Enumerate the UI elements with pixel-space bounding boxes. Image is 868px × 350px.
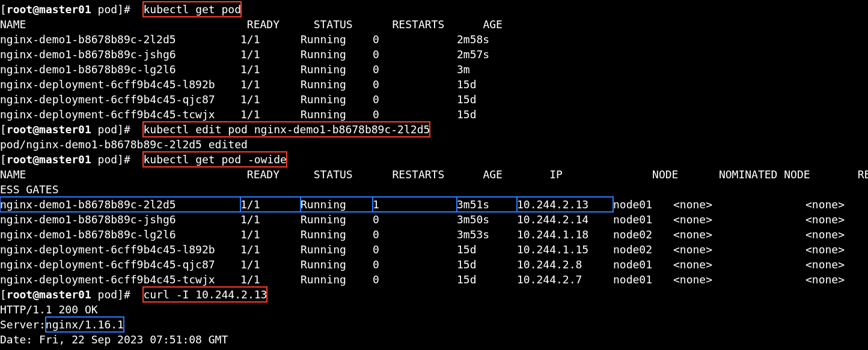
cell-ready: 1/1 xyxy=(240,212,301,227)
cell-readiness-gates: <none> xyxy=(805,197,860,212)
cell-age: 3m53s xyxy=(457,227,517,242)
cell-name: nginx-demo1-b8678b89c-lg2l6 xyxy=(0,62,240,77)
cell-nominated-node: <none> xyxy=(673,272,805,287)
cell-name: nginx-deployment-6cff9b4c45-qjc87 xyxy=(0,92,240,107)
cell-restarts: 0 xyxy=(373,227,457,242)
prompt-at: @ xyxy=(32,2,39,17)
prompt-gap xyxy=(137,287,144,302)
cell-age: 3m50s xyxy=(457,212,517,227)
cell-age: 3m xyxy=(457,62,517,77)
cell-age: 2m57s xyxy=(457,47,517,62)
table-row: nginx-deployment-6cff9b4c45-tcwjx1/1Runn… xyxy=(0,272,868,287)
prompt-line-4[interactable]: [root@master01 pod]# curl -I 10.244.2.13 xyxy=(0,287,868,302)
cell-restarts: 0 xyxy=(373,242,457,257)
col-name: NAME xyxy=(0,17,240,32)
cell-age: 15d xyxy=(457,257,517,272)
prompt-space xyxy=(91,287,98,302)
cell-nominated-node: <none> xyxy=(673,197,805,212)
prompt-host: master01 xyxy=(39,287,91,302)
prompt-dir: pod xyxy=(98,152,118,167)
command-kubectl-get-pod-owide: kubectl get pod -owide xyxy=(143,152,286,167)
cell-nominated-node: <none> xyxy=(673,257,805,272)
cell-restarts: 0 xyxy=(373,257,457,272)
cell-nominated-node: <none> xyxy=(673,227,805,242)
curl-server-value: nginx/1.16.1 xyxy=(46,317,124,332)
cell-ready: 1/1 xyxy=(240,242,301,257)
cell-age: 15d xyxy=(457,242,517,257)
prompt-gap xyxy=(137,2,144,17)
cell-age: 3m51s xyxy=(457,197,517,212)
cell-name: nginx-deployment-6cff9b4c45-qjc87 xyxy=(0,257,240,272)
cell-status: Running xyxy=(301,212,373,227)
prompt-at: @ xyxy=(32,122,39,137)
cell-restarts: 1 xyxy=(373,197,457,212)
cell-age: 15d xyxy=(457,107,517,122)
cell-readiness-gates: <none> xyxy=(805,242,860,257)
cell-restarts: 0 xyxy=(373,107,457,122)
command-curl: curl -I 10.244.2.13 xyxy=(143,287,267,302)
prompt-close: ]# xyxy=(117,152,130,167)
cell-ready: 1/1 xyxy=(240,62,301,77)
prompt-close: ]# xyxy=(117,2,130,17)
cell-name: nginx-deployment-6cff9b4c45-tcwjx xyxy=(0,272,240,287)
col-ip: IP xyxy=(549,167,646,182)
col-ready: READY xyxy=(247,167,307,182)
cell-status: Running xyxy=(301,77,373,92)
cell-status: Running xyxy=(301,32,373,47)
col-status: STATUS xyxy=(314,167,386,182)
curl-date-line: Date: Fri, 22 Sep 2023 07:51:08 GMT xyxy=(0,332,868,347)
cell-name: nginx-demo1-b8678b89c-lg2l6 xyxy=(0,227,240,242)
cell-status: Running xyxy=(301,257,373,272)
prompt-dir: pod xyxy=(98,2,118,17)
prompt-close: ]# xyxy=(117,122,130,137)
cell-nominated-node: <none> xyxy=(673,212,805,227)
col-name: NAME xyxy=(0,167,240,182)
cell-node: node01 xyxy=(613,212,673,227)
col-ready: READY xyxy=(247,17,307,32)
prompt-host: master01 xyxy=(39,152,91,167)
prompt-line-1[interactable]: [root@master01 pod]# kubectl get pod xyxy=(0,2,868,17)
table-row: nginx-deployment-6cff9b4c45-l892b1/1Runn… xyxy=(0,242,868,257)
col-status: STATUS xyxy=(314,17,386,32)
col-age: AGE xyxy=(483,167,543,182)
prompt-dir: pod xyxy=(98,122,118,137)
prompt-user: root xyxy=(7,122,32,137)
cell-node: node02 xyxy=(613,227,673,242)
cell-status: Running xyxy=(301,62,373,77)
cell-status: Running xyxy=(301,242,373,257)
cell-readiness-gates: <none> xyxy=(805,272,860,287)
table-row: nginx-demo1-b8678b89c-jshg61/1Running02m… xyxy=(0,47,868,62)
cell-name: nginx-demo1-b8678b89c-jshg6 xyxy=(0,47,240,62)
cell-age: 15d xyxy=(457,77,517,92)
cell-status: Running xyxy=(301,107,373,122)
prompt-gap xyxy=(137,122,144,137)
prompt-line-2[interactable]: [root@master01 pod]# kubectl edit pod ng… xyxy=(0,122,868,137)
cell-name: nginx-demo1-b8678b89c-jshg6 xyxy=(0,212,240,227)
cell-ready: 1/1 xyxy=(240,257,301,272)
cell-restarts: 0 xyxy=(373,272,457,287)
cell-node: node01 xyxy=(613,197,673,212)
prompt-host: master01 xyxy=(39,122,91,137)
cell-restarts: 0 xyxy=(373,47,457,62)
cell-status: Running xyxy=(301,47,373,62)
cell-ip: 10.244.2.7 xyxy=(517,272,613,287)
table-row: nginx-demo1-b8678b89c-lg2l61/1Running03m xyxy=(0,62,868,77)
table-row: nginx-demo1-b8678b89c-2l2d51/1Running13m… xyxy=(0,197,868,212)
prompt-host: master01 xyxy=(39,2,91,17)
cell-ready: 1/1 xyxy=(240,107,301,122)
cell-ready: 1/1 xyxy=(240,92,301,107)
table-row: nginx-demo1-b8678b89c-jshg61/1Running03m… xyxy=(0,212,868,227)
cell-ready: 1/1 xyxy=(240,272,301,287)
prompt-open: [ xyxy=(0,2,7,17)
cell-ready: 1/1 xyxy=(240,197,301,212)
curl-server-line: Server: nginx/1.16.1 xyxy=(0,317,868,332)
cell-ip: 10.244.2.13 xyxy=(517,197,613,212)
cell-readiness-gates: <none> xyxy=(805,257,860,272)
cell-restarts: 0 xyxy=(373,92,457,107)
command-kubectl-edit-pod: kubectl edit pod nginx-demo1-b8678b89c-2… xyxy=(143,122,430,137)
col-restarts: RESTARTS xyxy=(393,167,477,182)
prompt-line-3[interactable]: [root@master01 pod]# kubectl get pod -ow… xyxy=(0,152,868,167)
cell-node: node01 xyxy=(613,257,673,272)
cell-name: nginx-deployment-6cff9b4c45-l892b xyxy=(0,77,240,92)
prompt-user: root xyxy=(7,287,32,302)
